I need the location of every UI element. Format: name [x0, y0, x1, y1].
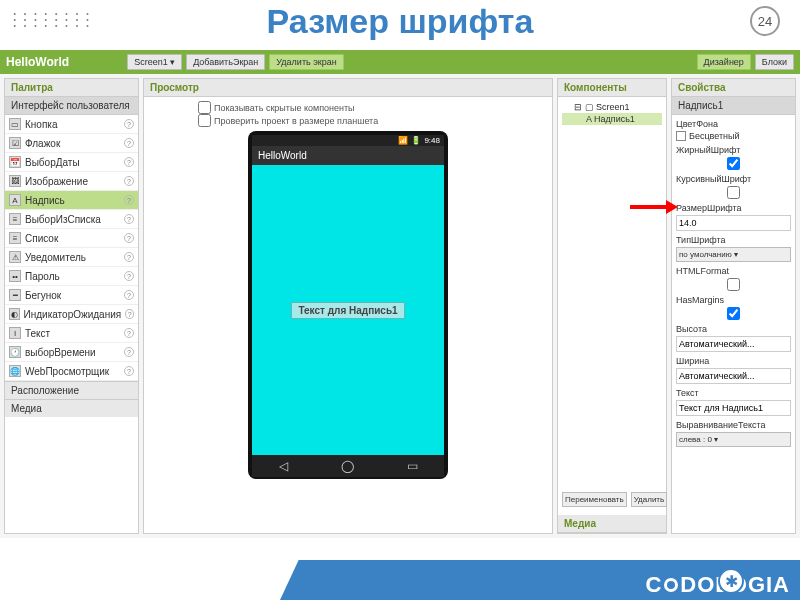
palette-header: Палитра — [5, 79, 138, 97]
add-screen-button[interactable]: ДобавитьЭкран — [186, 54, 265, 70]
android-navbar: ◁ ◯ ▭ — [252, 455, 444, 477]
hidden-components-check[interactable]: Показывать скрытые компоненты — [198, 101, 355, 114]
rename-button[interactable]: Переименовать — [562, 492, 627, 507]
palette-item[interactable]: ⚠Уведомитель? — [5, 248, 138, 267]
help-icon[interactable]: ? — [124, 271, 134, 281]
palette-item-label: Уведомитель — [25, 252, 86, 263]
palette-media-group[interactable]: Медиа — [5, 399, 138, 417]
fontface-select[interactable]: по умолчанию ▾ — [676, 247, 791, 262]
prop-html: HTMLFormat — [676, 266, 791, 291]
screen-selector[interactable]: Screen1 ▾ — [127, 54, 182, 70]
help-icon[interactable]: ? — [124, 366, 134, 376]
bgcolor-value[interactable]: Бесцветный — [676, 131, 791, 141]
palette-item[interactable]: ≡ВыборИзСписка? — [5, 210, 138, 229]
preview-label[interactable]: Текст для Надпись1 — [291, 302, 404, 319]
slide-number: 24 — [750, 6, 780, 36]
palette-item-label: Пароль — [25, 271, 60, 282]
footer-star-icon: ✱ — [718, 568, 744, 594]
phone-mock: 📶🔋9:48 HelloWorld Текст для Надпись1 ◁ ◯… — [248, 131, 448, 479]
screen-canvas[interactable]: Текст для Надпись1 — [252, 165, 444, 455]
palette-list: ▭Кнопка?☑Флажок?📅ВыборДаты?🖼Изображение?… — [5, 115, 138, 381]
help-icon[interactable]: ? — [124, 138, 134, 148]
palette-item-label: ВыборДаты — [25, 157, 80, 168]
help-icon[interactable]: ? — [124, 176, 134, 186]
palette-item[interactable]: ━Бегунок? — [5, 286, 138, 305]
margins-checkbox[interactable] — [676, 307, 791, 320]
palette-item-label: Список — [25, 233, 58, 244]
tablet-size-check[interactable]: Проверить проект в размере планшета — [198, 114, 378, 127]
delete-screen-button[interactable]: Удалить экран — [269, 54, 343, 70]
width-input[interactable] — [676, 368, 791, 384]
help-icon[interactable]: ? — [124, 214, 134, 224]
tree-screen1[interactable]: ⊟ ▢ Screen1 — [562, 101, 662, 113]
palette-panel: Палитра Интерфейс пользователя ▭Кнопка?☑… — [4, 78, 139, 534]
fontsize-input[interactable] — [676, 215, 791, 231]
palette-item-icon: 🕐 — [9, 346, 21, 358]
bold-checkbox[interactable] — [676, 157, 791, 170]
palette-item-icon: I — [9, 327, 21, 339]
top-toolbar: HelloWorld Screen1 ▾ ДобавитьЭкран Удали… — [0, 50, 800, 74]
blocks-tab[interactable]: Блоки — [755, 54, 794, 70]
help-icon[interactable]: ? — [124, 328, 134, 338]
html-checkbox[interactable] — [676, 278, 791, 291]
slide-title: Размер шрифта — [0, 0, 800, 45]
help-icon[interactable]: ? — [124, 157, 134, 167]
help-icon[interactable]: ? — [125, 309, 134, 319]
palette-item-label: Текст — [25, 328, 50, 339]
palette-item[interactable]: AНадпись? — [5, 191, 138, 210]
decorative-dots: • • • • • • • •• • • • • • • •• • • • • … — [0, 0, 105, 40]
app-bar: HelloWorld — [252, 146, 444, 165]
palette-item-label: WebПросмотрщик — [25, 366, 109, 377]
logo-o-icon — [664, 578, 678, 592]
palette-item[interactable]: ☑Флажок? — [5, 134, 138, 153]
palette-item-label: Кнопка — [25, 119, 57, 130]
palette-item-icon: ≡ — [9, 213, 21, 225]
prop-bold: ЖирныйШрифт — [676, 145, 791, 170]
palette-item[interactable]: 📅ВыборДаты? — [5, 153, 138, 172]
delete-component-button[interactable]: Удалить — [631, 492, 668, 507]
italic-checkbox[interactable] — [676, 186, 791, 199]
component-tree: ⊟ ▢ Screen1 A Надпись1 — [558, 97, 666, 129]
palette-item[interactable]: ••Пароль? — [5, 267, 138, 286]
palette-item[interactable]: 🕐выборВремени? — [5, 343, 138, 362]
align-select[interactable]: слева : 0 ▾ — [676, 432, 791, 447]
palette-item-label: выборВремени — [25, 347, 96, 358]
palette-item[interactable]: ◐ИндикаторОжидания? — [5, 305, 138, 324]
palette-item-label: Бегунок — [25, 290, 61, 301]
properties-panel: Свойства Надпись1 ЦветФонаБесцветный Жир… — [671, 78, 796, 534]
prop-bgcolor: ЦветФонаБесцветный — [676, 119, 791, 141]
prop-fontface: ТипШрифтапо умолчанию ▾ — [676, 235, 791, 262]
back-icon: ◁ — [279, 459, 288, 473]
palette-item-icon: ━ — [9, 289, 21, 301]
palette-item[interactable]: 🌐WebПросмотрщик? — [5, 362, 138, 381]
signal-icon: 📶 — [398, 136, 408, 145]
palette-item[interactable]: 🖼Изображение? — [5, 172, 138, 191]
annotation-arrow — [630, 200, 678, 214]
status-bar: 📶🔋9:48 — [252, 135, 444, 146]
components-header: Компоненты — [558, 79, 666, 97]
preview-header: Просмотр — [144, 79, 552, 97]
palette-item[interactable]: ≡Список? — [5, 229, 138, 248]
components-panel: Компоненты ⊟ ▢ Screen1 A Надпись1 Переим… — [557, 78, 667, 534]
help-icon[interactable]: ? — [124, 119, 134, 129]
palette-item[interactable]: IТекст? — [5, 324, 138, 343]
help-icon[interactable]: ? — [124, 290, 134, 300]
prop-margins: HasMargins — [676, 295, 791, 320]
help-icon[interactable]: ? — [124, 252, 134, 262]
help-icon[interactable]: ? — [124, 195, 134, 205]
palette-item-label: ВыборИзСписка — [25, 214, 101, 225]
palette-item-icon: ≡ — [9, 232, 21, 244]
help-icon[interactable]: ? — [124, 233, 134, 243]
height-input[interactable] — [676, 336, 791, 352]
palette-item-icon: ⚠ — [9, 251, 21, 263]
palette-item[interactable]: ▭Кнопка? — [5, 115, 138, 134]
help-icon[interactable]: ? — [124, 347, 134, 357]
palette-item-label: Изображение — [25, 176, 88, 187]
palette-layout-group[interactable]: Расположение — [5, 381, 138, 399]
tree-label1[interactable]: A Надпись1 — [562, 113, 662, 125]
palette-item-icon: ▭ — [9, 118, 21, 130]
palette-item-icon: 🌐 — [9, 365, 21, 377]
palette-ui-group[interactable]: Интерфейс пользователя — [5, 97, 138, 115]
designer-tab[interactable]: Дизайнер — [697, 54, 751, 70]
text-input[interactable] — [676, 400, 791, 416]
